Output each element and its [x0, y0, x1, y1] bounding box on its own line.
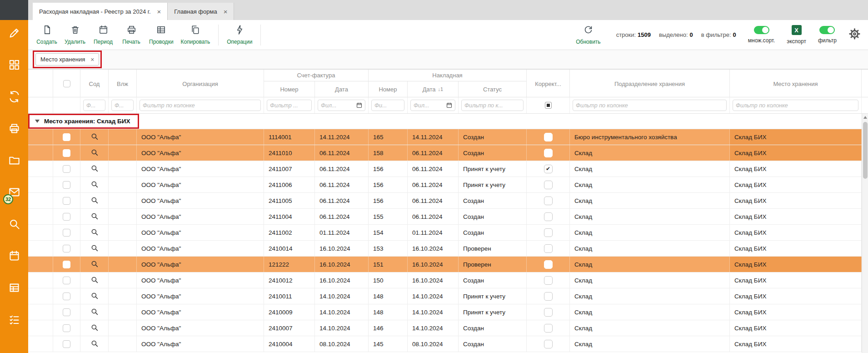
- chip-close-icon[interactable]: ×: [90, 56, 94, 63]
- print-center-button[interactable]: [7, 122, 21, 136]
- row-select-checkbox[interactable]: [63, 324, 70, 332]
- column-header-nk-nomer[interactable]: Номер: [369, 81, 408, 97]
- table-row[interactable]: ООО "Альфа" 121222 16.10.2024 151 16.10.…: [28, 257, 868, 272]
- filter-input-nk-nomer[interactable]: [371, 100, 404, 111]
- korrekt-checkbox[interactable]: [544, 212, 553, 221]
- row-select-checkbox[interactable]: [63, 245, 70, 252]
- vertical-scrollbar[interactable]: [862, 114, 868, 353]
- delete-button[interactable]: Удалить: [61, 23, 89, 47]
- excel-icon[interactable]: X: [792, 25, 802, 35]
- documents-button[interactable]: [7, 154, 21, 168]
- tab-invoice-register[interactable]: Расходная накладная - Реестр за 2024 г. …: [33, 3, 168, 20]
- search-button[interactable]: [7, 217, 21, 232]
- korrekt-checkbox[interactable]: [544, 181, 553, 189]
- filter-input-sf-data[interactable]: [318, 100, 365, 111]
- column-header-status[interactable]: Статус: [459, 81, 527, 97]
- toggle-on-icon[interactable]: [754, 26, 769, 34]
- korrekt-checkbox[interactable]: [544, 292, 553, 301]
- column-header-nk-data[interactable]: Дата ↓1: [408, 81, 459, 97]
- korrekt-checkbox[interactable]: [544, 340, 553, 348]
- magnifier-icon[interactable]: [90, 164, 99, 174]
- column-header-mesto[interactable]: Место хранения: [730, 70, 862, 98]
- korrekt-checkbox[interactable]: [544, 308, 553, 317]
- filter-checkbox-korrekt[interactable]: [545, 102, 552, 109]
- column-header-org[interactable]: Организация: [137, 70, 264, 98]
- magnifier-icon[interactable]: [90, 323, 99, 333]
- row-select-checkbox[interactable]: [63, 133, 70, 141]
- scroll-up-icon[interactable]: [862, 114, 868, 121]
- korrekt-checkbox[interactable]: [544, 197, 553, 205]
- row-select-checkbox[interactable]: [63, 292, 70, 300]
- magnifier-icon[interactable]: [90, 292, 99, 301]
- settings-button[interactable]: [848, 28, 861, 42]
- table-row[interactable]: ООО "Альфа" 2411007 06.11.2024 156 06.11…: [28, 161, 868, 177]
- period-button[interactable]: Период: [89, 23, 117, 47]
- column-header-sf-nomer[interactable]: Номер: [264, 81, 315, 97]
- table-row[interactable]: ООО "Альфа" 2411004 06.11.2024 155 06.11…: [28, 209, 868, 225]
- table-row[interactable]: ООО "Альфа" 2411002 01.11.2024 154 01.11…: [28, 225, 868, 241]
- scrollbar-thumb[interactable]: [863, 122, 868, 179]
- mail-button[interactable]: 32: [7, 186, 21, 200]
- group-chip-mesto-khraneniya[interactable]: Место хранения ×: [35, 53, 99, 66]
- filter-toggle[interactable]: фильтр: [818, 26, 837, 44]
- column-header-sod[interactable]: Сод: [80, 70, 109, 98]
- edit-button[interactable]: [7, 26, 21, 41]
- table-row[interactable]: ООО "Альфа" 2410012 16.10.2024 150 16.10…: [28, 272, 868, 288]
- export-button[interactable]: X экспорт: [787, 25, 806, 45]
- magnifier-icon[interactable]: [90, 132, 99, 142]
- print-button[interactable]: Печать: [117, 23, 145, 47]
- close-icon[interactable]: ×: [224, 8, 228, 15]
- operations-button[interactable]: Операции: [223, 23, 256, 47]
- korrekt-checkbox[interactable]: [544, 133, 553, 141]
- table-row[interactable]: ООО "Альфа" 2410004 08.10.2024 145 08.10…: [28, 336, 868, 352]
- table-row[interactable]: ООО "Альфа" 2411005 06.11.2024 156 06.11…: [28, 193, 868, 209]
- filter-input-vlzh[interactable]: [111, 100, 134, 111]
- magnifier-icon[interactable]: [90, 339, 99, 349]
- close-icon[interactable]: ×: [157, 8, 161, 15]
- magnifier-icon[interactable]: [90, 244, 99, 253]
- table-row[interactable]: ООО "Альфа" 2411006 06.11.2024 156 06.11…: [28, 177, 868, 193]
- korrekt-checkbox[interactable]: [544, 276, 553, 285]
- tasks-button[interactable]: [7, 313, 21, 328]
- modules-button[interactable]: [7, 58, 21, 73]
- tab-main-form[interactable]: Главная форма ×: [168, 3, 234, 20]
- table-row[interactable]: ООО "Альфа" 2410014 16.10.2024 153 16.10…: [28, 241, 868, 257]
- column-header-podrazdelenie[interactable]: Подразделение хранения: [570, 70, 730, 98]
- table-row[interactable]: ООО "Альфа" 1114001 14.11.2024 165 14.11…: [28, 129, 868, 145]
- magnifier-icon[interactable]: [90, 308, 99, 317]
- toggle-on-icon[interactable]: [819, 26, 835, 34]
- filter-input-mesto[interactable]: [733, 100, 858, 111]
- collapse-icon[interactable]: [35, 120, 40, 123]
- sync-button[interactable]: [7, 90, 21, 105]
- row-select-checkbox[interactable]: [63, 261, 70, 268]
- filter-input-status[interactable]: [461, 100, 524, 111]
- row-select-checkbox[interactable]: [63, 149, 70, 157]
- magnifier-icon[interactable]: [90, 228, 99, 237]
- table-row[interactable]: ООО "Альфа" 2410009 14.10.2024 148 14.10…: [28, 304, 868, 320]
- magnifier-icon[interactable]: [90, 196, 99, 206]
- table-row[interactable]: ООО "Альфа" 2410007 14.10.2024 146 14.10…: [28, 320, 868, 336]
- korrekt-checkbox[interactable]: [544, 324, 553, 333]
- row-select-checkbox[interactable]: [63, 308, 70, 316]
- filter-input-sod[interactable]: [83, 100, 105, 111]
- korrekt-checkbox[interactable]: [544, 260, 553, 269]
- filter-input-nk-data[interactable]: [410, 100, 455, 111]
- magnifier-icon[interactable]: [90, 276, 99, 285]
- copy-button[interactable]: Копировать: [177, 23, 214, 47]
- column-header-sf-data[interactable]: Дата: [315, 81, 369, 97]
- korrekt-checkbox[interactable]: [544, 149, 553, 157]
- postings-button[interactable]: Проводки: [145, 23, 177, 47]
- multisort-toggle[interactable]: множ.сорт.: [748, 26, 775, 44]
- row-select-checkbox[interactable]: [63, 340, 70, 348]
- select-all-checkbox[interactable]: [63, 80, 70, 87]
- group-row[interactable]: Место хранения: Склад БИХ: [28, 114, 868, 129]
- korrekt-checkbox[interactable]: [544, 228, 553, 237]
- row-select-checkbox[interactable]: [63, 213, 70, 221]
- table-row[interactable]: ООО "Альфа" 2410011 14.10.2024 148 14.10…: [28, 288, 868, 304]
- magnifier-icon[interactable]: [90, 148, 99, 158]
- create-button[interactable]: Создать: [33, 23, 61, 47]
- column-header-korrekt[interactable]: Коррект...: [527, 70, 570, 98]
- table-row[interactable]: ООО "Альфа" 2411010 06.11.2024 158 06.11…: [28, 145, 868, 161]
- magnifier-icon[interactable]: [90, 180, 99, 190]
- row-select-checkbox[interactable]: [63, 181, 70, 189]
